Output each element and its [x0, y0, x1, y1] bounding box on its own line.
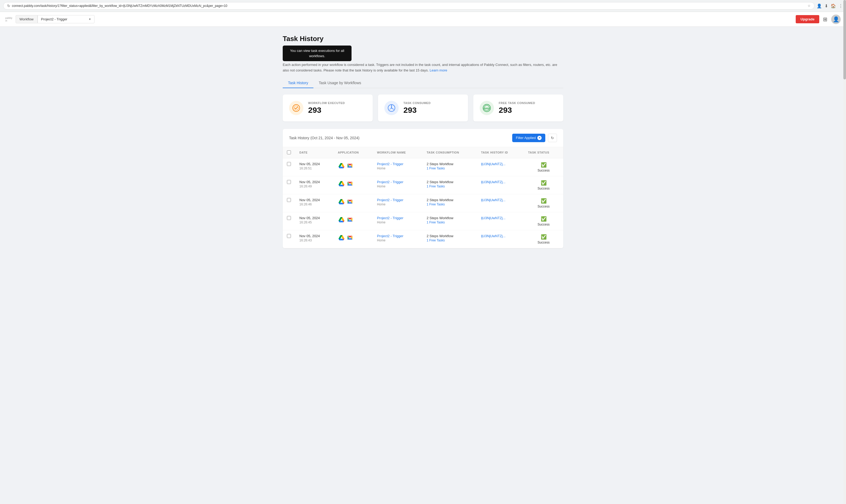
row-checkbox-cell — [283, 230, 295, 248]
select-all-checkbox[interactable] — [287, 150, 291, 154]
row-steps-3: 2 Steps Workflow — [427, 216, 473, 220]
info-text-content: Each action performed in your workflow i… — [283, 63, 557, 72]
grid-icon[interactable]: ⊞ — [823, 16, 827, 22]
col-date: DATE — [295, 147, 334, 158]
row-application-4 — [334, 230, 373, 248]
row-task-consumption-4: 2 Steps Workflow 1 Free Tasks — [422, 230, 477, 248]
row-status-cell-4: ✅ Success — [528, 234, 559, 244]
row-status-1: ✅ Success — [524, 176, 563, 194]
upgrade-button[interactable]: Upgrade — [796, 15, 819, 23]
tooltip-text: You can view task executions for all wor… — [290, 49, 344, 58]
filter-applied-button[interactable]: Filter Applied ✕ — [512, 134, 545, 142]
success-icon-4: ✅ — [541, 234, 546, 240]
avatar-icon: 👤 — [833, 16, 840, 22]
col-task-status: TASK STATUS — [524, 147, 563, 158]
row-checkbox-4[interactable] — [287, 234, 291, 238]
col-checkbox — [283, 147, 295, 158]
workflow-executed-icon — [289, 101, 303, 115]
row-time-value-1: 16:26:49 — [300, 184, 329, 188]
row-checkbox-3[interactable] — [287, 216, 291, 220]
workflow-name-link-2[interactable]: Project2 - Trigger — [377, 198, 403, 202]
history-id-link-4[interactable]: ljU3NjUwNTZj... — [481, 234, 505, 238]
google-drive-icon-3 — [338, 216, 345, 223]
col-application: APPLICATION — [334, 147, 373, 158]
row-date-value-4: Nov 05, 2024 — [300, 234, 329, 238]
workflow-selector[interactable]: Workflow Project2 - Trigger ▼ — [16, 15, 95, 23]
workflow-name-link-3[interactable]: Project2 - Trigger — [377, 216, 403, 220]
row-checkbox-2[interactable] — [287, 198, 291, 202]
gmail-icon-1 — [346, 180, 354, 187]
row-task-consumption-1: 2 Steps Workflow 1 Free Tasks — [422, 176, 477, 194]
table-row: Nov 05, 2024 16:26:49 — [283, 176, 563, 194]
row-history-id-1: ljU3NjUwNTZj... — [477, 176, 524, 194]
browser-icons: 👤 ⬇ 🏠 ⋮ — [816, 3, 843, 8]
row-date-value-1: Nov 05, 2024 — [300, 180, 329, 184]
stat-card-task-consumed: TASK CONSUMED 293 — [378, 94, 468, 122]
row-history-id-3: ljU3NjUwNTZj... — [477, 212, 524, 230]
gmail-icon-0 — [346, 162, 354, 169]
scrollbar[interactable] — [843, 0, 846, 256]
tab-task-history[interactable]: Task History — [283, 78, 313, 88]
row-free-tasks-4: 1 Free Tasks — [427, 238, 473, 242]
row-time-value-3: 16:26:45 — [300, 220, 329, 224]
row-workflow-name-4: Project2 - Trigger Home — [373, 230, 422, 248]
page-title: Task History — [283, 35, 563, 43]
stat-value-free-task-consumed: 293 — [499, 106, 535, 114]
table-row: Nov 05, 2024 16:26:51 — [283, 158, 563, 176]
refresh-button[interactable]: ↻ — [548, 134, 557, 142]
row-task-consumption-3: 2 Steps Workflow 1 Free Tasks — [422, 212, 477, 230]
row-date-2: Nov 05, 2024 16:26:46 — [295, 194, 334, 212]
row-status-cell-2: ✅ Success — [528, 198, 559, 208]
workflow-name-link-1[interactable]: Project2 - Trigger — [377, 180, 403, 184]
row-date-value-3: Nov 05, 2024 — [300, 216, 329, 220]
free-task-consumed-icon: FREE — [480, 101, 494, 115]
google-drive-icon-4 — [338, 234, 345, 241]
star-icon[interactable]: ☆ — [808, 4, 811, 8]
table-body: Nov 05, 2024 16:26:51 — [283, 158, 563, 248]
status-text-2: Success — [538, 204, 550, 208]
svg-point-3 — [391, 107, 392, 109]
tab-task-usage-workflows[interactable]: Task Usage by Workflows — [313, 78, 366, 88]
status-text-3: Success — [538, 222, 550, 226]
row-checkbox-1[interactable] — [287, 180, 291, 184]
logo: pabbly ct — [5, 17, 13, 22]
row-free-tasks-0: 1 Free Tasks — [427, 166, 473, 170]
workflow-name-link-4[interactable]: Project2 - Trigger — [377, 234, 403, 238]
url-bar[interactable]: ↻ connect.pabbly.com/task/history/1?filt… — [3, 2, 814, 10]
row-time-value-2: 16:26:46 — [300, 202, 329, 206]
history-id-link-2[interactable]: ljU3NjUwNTZj... — [481, 198, 505, 202]
menu-icon: ⋮ — [839, 3, 843, 8]
row-date-4: Nov 05, 2024 16:26:43 — [295, 230, 334, 248]
main-content: Task History You can view task execution… — [277, 35, 569, 248]
stat-info-workflow-executed: WORKFLOW EXECUTED 293 — [308, 102, 345, 114]
svg-text:FREE: FREE — [484, 107, 490, 110]
col-task-consumption: TASK CONSUMPTION — [422, 147, 477, 158]
url-text: connect.pabbly.com/task/history/1?filter… — [12, 4, 228, 8]
history-id-link-0[interactable]: ljU3NjUwNTZj... — [481, 162, 505, 166]
nav-right: Upgrade ⊞ 👤 — [796, 15, 841, 24]
scrollbar-thumb[interactable] — [843, 0, 846, 79]
tabs: Task History Task Usage by Workflows — [283, 78, 563, 88]
row-status-3: ✅ Success — [524, 212, 563, 230]
history-id-link-1[interactable]: ljU3NjUwNTZj... — [481, 180, 505, 184]
stat-info-free-task-consumed: FREE TASK CONSUMED 293 — [499, 102, 535, 114]
row-checkbox-0[interactable] — [287, 162, 291, 166]
history-header: Task History (Oct 21, 2024 - Nov 05, 202… — [283, 129, 563, 147]
google-drive-icon-0 — [338, 162, 345, 169]
row-steps-1: 2 Steps Workflow — [427, 180, 473, 184]
table-head: DATE APPLICATION WORKFLOW NAME TASK CONS… — [283, 147, 563, 158]
filter-close-icon[interactable]: ✕ — [537, 136, 542, 140]
workflow-home-1: Home — [377, 184, 418, 188]
workflow-select-dropdown[interactable]: Project2 - Trigger ▼ — [38, 15, 95, 23]
row-date-3: Nov 05, 2024 16:26:45 — [295, 212, 334, 230]
nav-left: pabbly ct Workflow Project2 - Trigger ▼ — [5, 15, 94, 23]
row-app-icons-3 — [338, 216, 368, 223]
row-history-id-4: ljU3NjUwNTZj... — [477, 230, 524, 248]
workflow-name-link-0[interactable]: Project2 - Trigger — [377, 162, 403, 166]
avatar[interactable]: 👤 — [831, 15, 841, 24]
learn-more-link[interactable]: Learn more — [430, 68, 447, 72]
row-status-4: ✅ Success — [524, 230, 563, 248]
history-id-link-3[interactable]: ljU3NjUwNTZj... — [481, 216, 505, 220]
row-status-cell-0: ✅ Success — [528, 162, 559, 172]
google-drive-icon-1 — [338, 180, 345, 187]
